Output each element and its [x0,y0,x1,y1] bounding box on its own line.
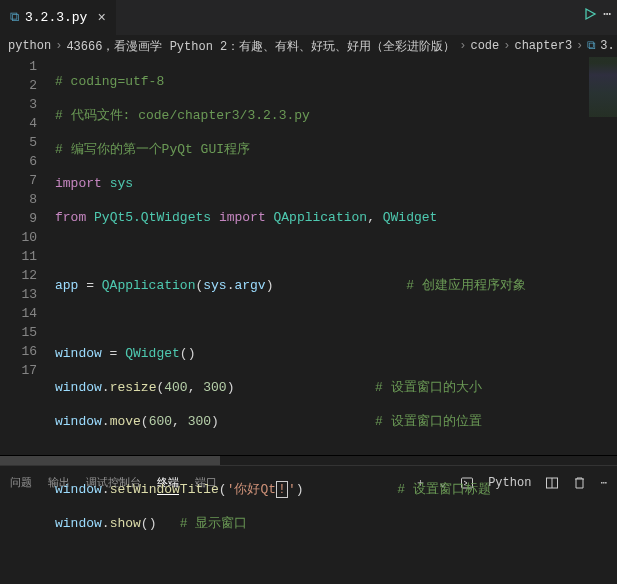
editor-tab[interactable]: ⧉ 3.2.3.py × [0,0,116,35]
python-file-icon: ⧉ [587,39,596,53]
python-file-icon: ⧉ [10,10,19,25]
breadcrumb-segment[interactable]: 43666，看漫画学 Python 2：有趣、有料、好玩、好用（全彩进阶版） [66,38,455,55]
breadcrumb-segment[interactable]: chapter3 [514,39,572,53]
more-actions-button[interactable]: ⋯ [603,6,611,22]
tab-bar: ⧉ 3.2.3.py × ⋯ [0,0,617,35]
tab-label: 3.2.3.py [25,10,87,25]
breadcrumb-segment[interactable]: code [470,39,499,53]
line-number-gutter: 123 456 789 101112 131415 1617 [0,57,55,455]
minimap[interactable] [589,57,617,117]
breadcrumb-segment[interactable]: python [8,39,51,53]
tab-problems[interactable]: 问题 [10,471,32,494]
run-button[interactable] [583,7,597,21]
chevron-right-icon: › [503,39,510,53]
breadcrumb[interactable]: python › 43666，看漫画学 Python 2：有趣、有料、好玩、好用… [0,35,617,57]
close-tab-button[interactable]: × [97,10,105,26]
code-content[interactable]: # coding=utf-8 # 代码文件: code/chapter3/3.2… [55,57,617,455]
breadcrumb-segment[interactable]: 3... [600,39,617,53]
editor-actions: ⋯ [583,6,611,22]
chevron-right-icon: › [576,39,583,53]
chevron-right-icon: › [459,39,466,53]
chevron-right-icon: › [55,39,62,53]
code-editor[interactable]: 123 456 789 101112 131415 1617 # coding=… [0,57,617,455]
